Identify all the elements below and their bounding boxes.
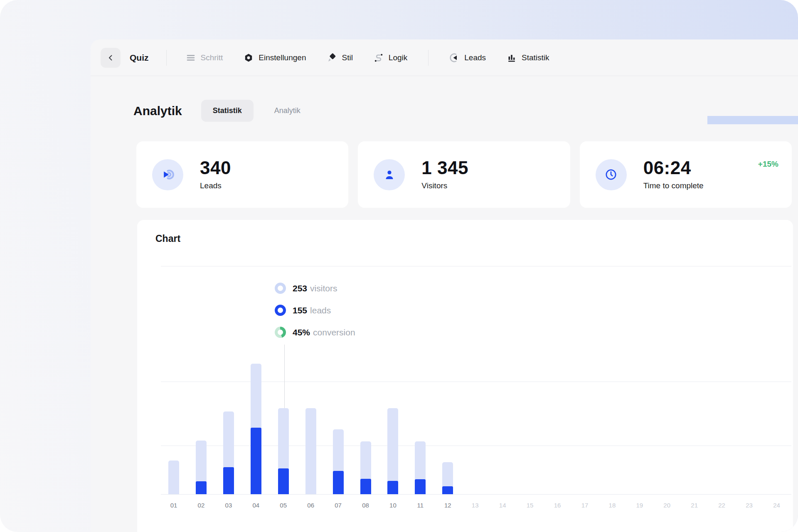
stat-card-visitors: 1 345 Visitors (358, 141, 570, 208)
leads-label: Leads (200, 181, 231, 190)
bar-chart-icon (507, 53, 517, 63)
back-button[interactable] (101, 48, 121, 68)
bar-group-07[interactable] (333, 220, 344, 494)
tooltip-row-leads: 155leads (275, 305, 355, 316)
time-label: Time to complete (643, 181, 704, 190)
nav-tab-einstellungen[interactable]: Einstellungen (244, 53, 306, 63)
bar-group-01[interactable] (168, 220, 179, 494)
leads-target-icon (152, 159, 183, 190)
x-axis-label-11: 11 (411, 502, 429, 509)
trend-badge: +15% (758, 160, 778, 169)
visitors-label: Visitors (421, 181, 468, 190)
bar-group-04[interactable] (251, 220, 261, 494)
main-window: Quiz Schritt Einstellungen (91, 39, 798, 532)
stat-cards: 340 Leads 1 345 Visitors 06:24 (136, 141, 792, 208)
x-axis-label-22: 22 (713, 502, 731, 509)
visitors-count: 1 345 (421, 159, 468, 177)
nav-tabs: Schritt Einstellungen Stil (186, 50, 549, 66)
x-axis-label-13: 13 (466, 502, 484, 509)
bar-group-12[interactable] (442, 220, 453, 494)
bar-group-06[interactable] (305, 220, 316, 494)
leads-donut-icon (275, 305, 286, 316)
x-axis-label-24: 24 (768, 502, 786, 509)
x-axis-label-23: 23 (740, 502, 759, 509)
chart-plot: Chart 0102030405060708101112131415161718… (137, 220, 793, 532)
tab-statistik[interactable]: Statistik (201, 100, 254, 122)
logic-flow-icon (374, 53, 384, 63)
page-title: Analytik (133, 104, 182, 118)
x-axis-label-03: 03 (219, 502, 238, 509)
settings-nut-icon (244, 53, 254, 63)
x-axis-label-07: 07 (329, 502, 347, 509)
style-brush-icon (327, 53, 337, 63)
app-screen: Quiz Schritt Einstellungen (0, 0, 798, 532)
x-axis-label-08: 08 (357, 502, 375, 509)
chevron-left-icon (107, 54, 114, 62)
stat-card-time: 06:24 Time to complete +15% (580, 141, 792, 208)
steps-list-icon (186, 53, 196, 63)
x-axis-label-06: 06 (302, 502, 320, 509)
x-axis-label-21: 21 (685, 502, 704, 509)
x-axis-line (161, 494, 791, 495)
leads-count: 340 (200, 159, 231, 177)
bar-group-02[interactable] (196, 220, 207, 494)
x-axis-label-02: 02 (192, 502, 210, 509)
leads-bar (442, 486, 453, 494)
nav-divider (428, 50, 429, 66)
x-axis-label-14: 14 (493, 502, 512, 509)
scroll-indicator[interactable] (707, 116, 798, 124)
stat-card-leads: 340 Leads (136, 141, 348, 208)
visitors-donut-icon (275, 283, 286, 294)
chart-card: Chart 0102030405060708101112131415161718… (137, 220, 793, 532)
leads-bar (278, 468, 289, 494)
chart-tooltip: 253visitors 155leads 45%conversion (275, 283, 355, 338)
bar-group-05[interactable] (278, 220, 289, 494)
x-axis-label-19: 19 (631, 502, 649, 509)
time-value: 06:24 (643, 159, 704, 177)
nav-tab-stil[interactable]: Stil (327, 53, 352, 63)
x-axis-label-01: 01 (165, 502, 183, 509)
tab-analytik[interactable]: Analytik (263, 100, 312, 122)
nav-tab-logik[interactable]: Logik (374, 53, 407, 63)
x-axis-label-16: 16 (548, 502, 566, 509)
leads-bar (333, 471, 344, 494)
leads-bar (196, 481, 207, 494)
page-head: Analytik Statistik Analytik (133, 100, 312, 122)
quiz-title: Quiz (130, 53, 149, 63)
nav-tab-schritt[interactable]: Schritt (186, 53, 223, 63)
clock-icon (596, 159, 627, 190)
visitors-bar (168, 461, 179, 494)
person-icon (374, 159, 405, 190)
tooltip-connector-line (284, 345, 285, 408)
leads-bar (251, 428, 261, 494)
tooltip-row-conversion: 45%conversion (275, 327, 355, 338)
bar-group-10[interactable] (387, 220, 398, 494)
nav-tab-statistik[interactable]: Statistik (507, 53, 549, 63)
bar-group-08[interactable] (360, 220, 371, 494)
x-axis-label-18: 18 (603, 502, 621, 509)
leads-bar (415, 479, 426, 494)
x-axis-label-10: 10 (384, 502, 402, 509)
leads-bar (387, 481, 398, 494)
x-axis-label-20: 20 (658, 502, 676, 509)
leads-target-icon (449, 53, 459, 63)
visitors-bar (305, 408, 316, 494)
x-axis-label-05: 05 (274, 502, 293, 509)
tooltip-row-visitors: 253visitors (275, 283, 355, 294)
bar-group-03[interactable] (223, 220, 234, 494)
leads-bar (360, 479, 371, 494)
leads-bar (223, 467, 234, 494)
top-nav: Quiz Schritt Einstellungen (91, 39, 798, 76)
x-axis-label-04: 04 (247, 502, 265, 509)
x-axis-label-15: 15 (521, 502, 539, 509)
nav-tab-leads[interactable]: Leads (449, 53, 486, 63)
nav-divider (166, 50, 167, 66)
x-axis-label-12: 12 (438, 502, 457, 509)
x-axis-label-17: 17 (576, 502, 594, 509)
bar-group-11[interactable] (415, 220, 426, 494)
conversion-donut-icon (275, 327, 286, 338)
